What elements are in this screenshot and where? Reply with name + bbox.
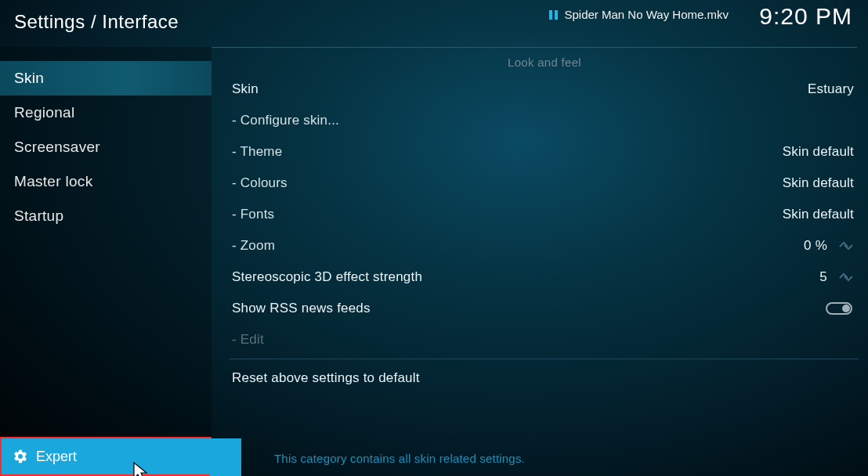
sidebar-item-regional[interactable]: Regional [0,96,212,130]
sidebar-item-label: Startup [14,207,63,224]
setting-configure-skin[interactable]: - Configure skin... [232,105,857,136]
setting-label: Reset above settings to default [232,370,420,386]
setting-label: - Configure skin... [232,113,339,128]
setting-label: Stereoscopic 3D effect strength [232,269,422,285]
setting-label: - Colours [232,175,288,191]
setting-label: - Edit [232,332,264,348]
pause-icon [549,10,558,20]
clock: 9:20 PM [759,3,852,30]
now-playing[interactable]: Spider Man No Way Home.mkv [549,8,729,21]
section-title: Look and feel [232,48,857,74]
setting-fonts[interactable]: - Fonts Skin default [232,199,857,230]
sidebar: Skin Regional Screensaver Master lock St… [0,47,212,476]
settings-level-label: Expert [36,449,77,465]
setting-value: 5 [819,269,827,285]
setting-label: - Zoom [232,238,275,254]
svg-rect-0 [549,10,552,20]
setting-label: Show RSS news feeds [232,301,371,316]
sidebar-item-screensaver[interactable]: Screensaver [0,130,212,164]
sidebar-item-label: Regional [14,104,74,121]
setting-theme[interactable]: - Theme Skin default [232,136,857,168]
gear-icon [13,449,28,464]
cursor-icon [133,462,150,476]
svg-rect-1 [555,10,558,20]
setting-value: Skin default [783,175,854,191]
page-title: Settings / Interface [14,11,179,33]
setting-value: Estuary [808,81,854,97]
sidebar-item-startup[interactable]: Startup [0,199,212,233]
spinner-icon[interactable] [838,272,854,283]
setting-label: - Theme [232,144,282,160]
sidebar-item-label: Screensaver [14,139,100,155]
setting-label: Skin [232,81,259,97]
setting-zoom[interactable]: - Zoom 0 % [232,230,857,261]
description-text: This category contains all skin related … [274,452,852,465]
sidebar-item-skin[interactable]: Skin [0,61,212,96]
now-playing-label: Spider Man No Way Home.mkv [564,8,729,21]
toggle-off-icon[interactable] [826,302,852,315]
setting-value: Skin default [783,207,854,222]
spinner-icon[interactable] [838,240,854,251]
settings-level-button[interactable]: Expert [0,437,212,476]
setting-value: Skin default [783,144,854,160]
sidebar-item-masterlock[interactable]: Master lock [0,164,212,199]
setting-edit-rss: - Edit [232,324,857,355]
setting-stereo3d[interactable]: Stereoscopic 3D effect strength 5 [232,261,857,293]
sidebar-item-label: Skin [14,70,44,86]
setting-label: - Fonts [232,207,274,222]
main-panel: Look and feel Skin Estuary - Configure s… [212,47,868,476]
setting-show-rss[interactable]: Show RSS news feeds [232,293,857,324]
setting-value: 0 % [804,238,827,254]
setting-skin[interactable]: Skin Estuary [232,74,857,105]
setting-colours[interactable]: - Colours Skin default [232,168,857,199]
reset-defaults[interactable]: Reset above settings to default [232,362,857,394]
sidebar-item-label: Master lock [14,173,92,189]
